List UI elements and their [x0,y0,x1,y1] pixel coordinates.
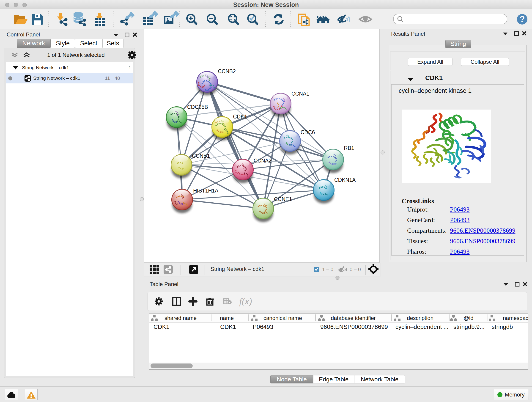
svg-text:CDK1: CDK1 [153,323,169,330]
svg-text:cyclin–dependent ...: cyclin–dependent ... [395,323,448,330]
svg-text:9606.ENSP00000378699: 9606.ENSP00000378699 [320,323,388,330]
svg-text:f(x): f(x) [239,296,252,306]
svg-text:@id: @id [463,315,473,321]
svg-text:namespace: namespace [503,315,528,321]
svg-text:CCNB1: CCNB1 [192,153,210,159]
svg-text:name: name [220,315,234,321]
svg-text:CCNA2: CCNA2 [254,158,272,164]
svg-text:description: description [407,315,433,321]
svg-text:CDKN1A: CDKN1A [334,177,356,183]
svg-text:HIST1H1A: HIST1H1A [193,188,219,194]
svg-text:RB1: RB1 [344,145,354,151]
svg-text:CDC6: CDC6 [301,129,315,135]
svg-text:?: ? [519,14,525,24]
svg-text:stringdb:9...: stringdb:9... [453,323,485,330]
svg-text:P06493: P06493 [253,323,273,330]
svg-text:database identifier: database identifier [331,315,376,321]
svg-text:CDK1: CDK1 [220,323,236,330]
svg-text:CCNB2: CCNB2 [218,68,236,74]
svg-text:CDC25B: CDC25B [187,104,208,110]
svg-text:CCNE1: CCNE1 [274,196,292,202]
svg-text:canonical name: canonical name [264,315,302,321]
svg-text:shared name: shared name [165,315,196,321]
svg-text:CDK1: CDK1 [233,114,247,120]
svg-text:stringdb: stringdb [492,323,513,330]
svg-text:CCNA1: CCNA1 [291,91,309,97]
